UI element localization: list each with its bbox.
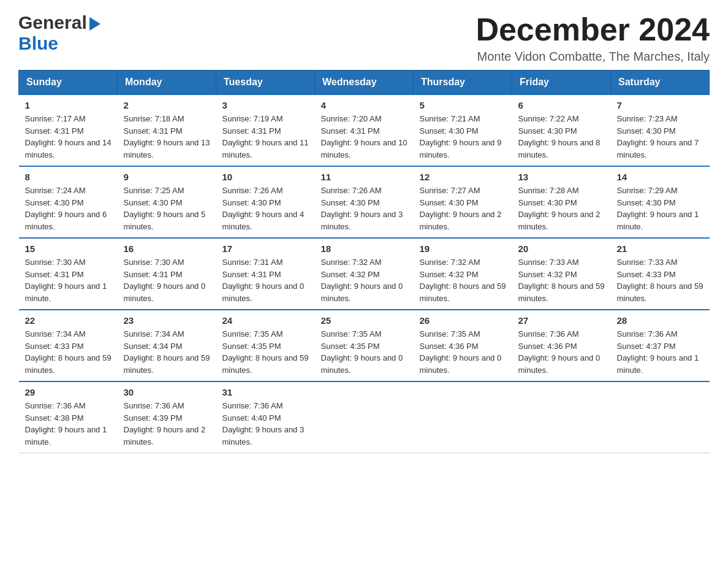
day-number: 19 [420,243,506,254]
calendar-day-26: 26 Sunrise: 7:35 AMSunset: 4:36 PMDaylig… [414,310,512,381]
day-number: 29 [25,387,112,397]
calendar-day-18: 18 Sunrise: 7:32 AMSunset: 4:32 PMDaylig… [315,238,414,310]
calendar-week-5: 29 Sunrise: 7:36 AMSunset: 4:38 PMDaylig… [19,381,710,453]
day-info: Sunrise: 7:35 AMSunset: 4:35 PMDaylight:… [222,329,309,375]
calendar-day-9: 9 Sunrise: 7:25 AMSunset: 4:30 PMDayligh… [118,166,216,238]
day-number: 31 [222,387,309,397]
calendar-day-15: 15 Sunrise: 7:30 AMSunset: 4:31 PMDaylig… [19,238,118,310]
calendar-day-21: 21 Sunrise: 7:33 AMSunset: 4:33 PMDaylig… [611,238,710,310]
calendar-day-empty [315,381,414,453]
weekday-header-row: SundayMondayTuesdayWednesdayThursdayFrid… [19,71,710,95]
day-info: Sunrise: 7:33 AMSunset: 4:33 PMDaylight:… [617,258,703,303]
calendar-day-29: 29 Sunrise: 7:36 AMSunset: 4:38 PMDaylig… [19,381,118,453]
weekday-header-tuesday: Tuesday [216,71,315,95]
calendar-day-13: 13 Sunrise: 7:28 AMSunset: 4:30 PMDaylig… [512,166,611,238]
logo-arrow-icon [89,17,100,31]
calendar-table: SundayMondayTuesdayWednesdayThursdayFrid… [18,70,710,453]
calendar-day-25: 25 Sunrise: 7:35 AMSunset: 4:35 PMDaylig… [315,310,414,381]
day-number: 17 [222,243,309,254]
day-info: Sunrise: 7:36 AMSunset: 4:40 PMDaylight:… [222,401,305,446]
calendar-day-1: 1 Sunrise: 7:17 AMSunset: 4:31 PMDayligh… [19,94,118,166]
day-info: Sunrise: 7:32 AMSunset: 4:32 PMDaylight:… [420,258,506,303]
calendar-day-empty [611,381,710,453]
location-title: Monte Vidon Combatte, The Marches, Italy [476,50,710,64]
day-info: Sunrise: 7:34 AMSunset: 4:33 PMDaylight:… [25,329,112,375]
day-info: Sunrise: 7:34 AMSunset: 4:34 PMDaylight:… [124,329,210,375]
day-info: Sunrise: 7:26 AMSunset: 4:30 PMDaylight:… [222,186,305,231]
weekday-header-wednesday: Wednesday [315,71,414,95]
calendar-day-27: 27 Sunrise: 7:36 AMSunset: 4:36 PMDaylig… [512,310,611,381]
title-section: December 2024 Monte Vidon Combatte, The … [476,12,710,64]
day-info: Sunrise: 7:22 AMSunset: 4:30 PMDaylight:… [518,114,601,159]
calendar-day-2: 2 Sunrise: 7:18 AMSunset: 4:31 PMDayligh… [118,94,216,166]
calendar-day-24: 24 Sunrise: 7:35 AMSunset: 4:35 PMDaylig… [216,310,315,381]
day-info: Sunrise: 7:31 AMSunset: 4:31 PMDaylight:… [222,258,305,303]
day-number: 16 [124,243,210,254]
calendar-week-1: 1 Sunrise: 7:17 AMSunset: 4:31 PMDayligh… [19,94,710,166]
calendar-day-8: 8 Sunrise: 7:24 AMSunset: 4:30 PMDayligh… [19,166,118,238]
calendar-day-19: 19 Sunrise: 7:32 AMSunset: 4:32 PMDaylig… [414,238,512,310]
day-info: Sunrise: 7:28 AMSunset: 4:30 PMDaylight:… [518,186,601,231]
calendar-day-14: 14 Sunrise: 7:29 AMSunset: 4:30 PMDaylig… [611,166,710,238]
day-number: 25 [321,315,408,326]
day-info: Sunrise: 7:25 AMSunset: 4:30 PMDaylight:… [124,186,206,231]
calendar-day-16: 16 Sunrise: 7:30 AMSunset: 4:31 PMDaylig… [118,238,216,310]
calendar-day-30: 30 Sunrise: 7:36 AMSunset: 4:39 PMDaylig… [118,381,216,453]
day-info: Sunrise: 7:19 AMSunset: 4:31 PMDaylight:… [222,114,309,159]
day-info: Sunrise: 7:20 AMSunset: 4:31 PMDaylight:… [321,114,408,159]
day-info: Sunrise: 7:17 AMSunset: 4:31 PMDaylight:… [25,114,112,159]
calendar-body: 1 Sunrise: 7:17 AMSunset: 4:31 PMDayligh… [19,94,710,453]
day-number: 6 [518,100,605,110]
day-number: 22 [25,315,112,326]
day-info: Sunrise: 7:27 AMSunset: 4:30 PMDaylight:… [420,186,502,231]
logo-general-text: General [18,12,87,33]
calendar-day-3: 3 Sunrise: 7:19 AMSunset: 4:31 PMDayligh… [216,94,315,166]
weekday-header-friday: Friday [512,71,611,95]
day-info: Sunrise: 7:18 AMSunset: 4:31 PMDaylight:… [124,114,210,159]
calendar-day-4: 4 Sunrise: 7:20 AMSunset: 4:31 PMDayligh… [315,94,414,166]
day-number: 9 [124,172,210,182]
day-number: 1 [25,100,112,110]
calendar-day-22: 22 Sunrise: 7:34 AMSunset: 4:33 PMDaylig… [19,310,118,381]
calendar-week-2: 8 Sunrise: 7:24 AMSunset: 4:30 PMDayligh… [19,166,710,238]
day-number: 20 [518,243,605,254]
calendar-day-empty [414,381,512,453]
calendar-day-6: 6 Sunrise: 7:22 AMSunset: 4:30 PMDayligh… [512,94,611,166]
day-number: 15 [25,243,112,254]
day-number: 13 [518,172,605,182]
day-info: Sunrise: 7:29 AMSunset: 4:30 PMDaylight:… [617,186,699,231]
day-number: 10 [222,172,309,182]
logo-blue-text: Blue [18,33,58,53]
day-info: Sunrise: 7:35 AMSunset: 4:36 PMDaylight:… [420,329,502,375]
day-number: 28 [617,315,703,326]
day-info: Sunrise: 7:36 AMSunset: 4:39 PMDaylight:… [124,401,206,446]
calendar-day-31: 31 Sunrise: 7:36 AMSunset: 4:40 PMDaylig… [216,381,315,453]
day-number: 7 [617,100,703,110]
day-info: Sunrise: 7:23 AMSunset: 4:30 PMDaylight:… [617,114,699,159]
day-number: 21 [617,243,703,254]
month-title: December 2024 [476,12,710,47]
weekday-header-sunday: Sunday [19,71,118,95]
calendar-day-28: 28 Sunrise: 7:36 AMSunset: 4:37 PMDaylig… [611,310,710,381]
day-number: 26 [420,315,506,326]
weekday-header-monday: Monday [118,71,216,95]
day-info: Sunrise: 7:21 AMSunset: 4:30 PMDaylight:… [420,114,502,159]
day-info: Sunrise: 7:36 AMSunset: 4:37 PMDaylight:… [617,329,699,375]
day-info: Sunrise: 7:36 AMSunset: 4:38 PMDaylight:… [25,401,107,446]
day-number: 2 [124,100,210,110]
day-number: 3 [222,100,309,110]
day-number: 8 [25,172,112,182]
day-number: 11 [321,172,408,182]
day-number: 12 [420,172,506,182]
day-info: Sunrise: 7:30 AMSunset: 4:31 PMDaylight:… [124,258,206,303]
calendar-day-17: 17 Sunrise: 7:31 AMSunset: 4:31 PMDaylig… [216,238,315,310]
weekday-header-saturday: Saturday [611,71,710,95]
day-info: Sunrise: 7:33 AMSunset: 4:32 PMDaylight:… [518,258,605,303]
day-number: 30 [124,387,210,397]
day-info: Sunrise: 7:26 AMSunset: 4:30 PMDaylight:… [321,186,403,231]
logo: General Blue [18,12,100,54]
calendar-day-empty [512,381,611,453]
calendar-week-3: 15 Sunrise: 7:30 AMSunset: 4:31 PMDaylig… [19,238,710,310]
day-info: Sunrise: 7:35 AMSunset: 4:35 PMDaylight:… [321,329,403,375]
day-info: Sunrise: 7:36 AMSunset: 4:36 PMDaylight:… [518,329,601,375]
